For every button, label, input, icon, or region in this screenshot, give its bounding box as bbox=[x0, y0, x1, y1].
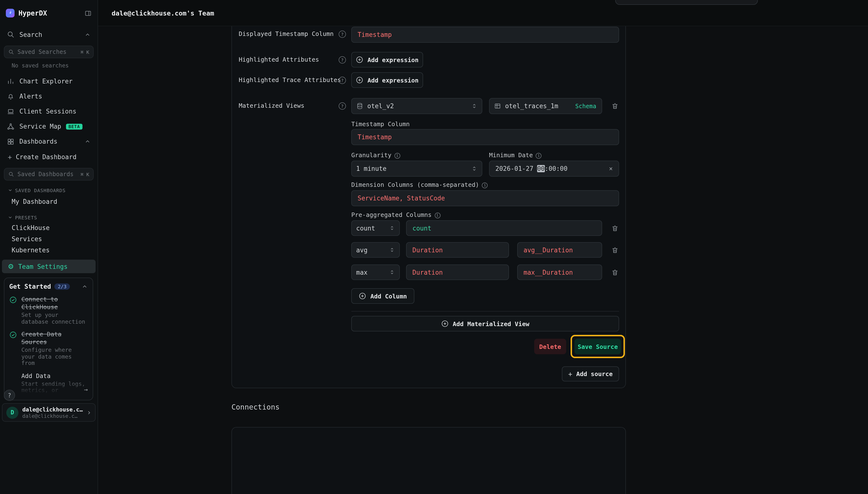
plus-circle-icon bbox=[356, 76, 364, 84]
sidebar-item-label: Client Sessions bbox=[19, 108, 76, 115]
laptop-icon bbox=[7, 108, 15, 115]
get-started-item-add-data[interactable]: Add Data Start sending logs, metrics, or… bbox=[9, 372, 88, 394]
sidebar-item-chart-explorer[interactable]: Chart Explorer bbox=[0, 74, 98, 89]
plus-icon: + bbox=[8, 153, 12, 161]
trash-icon[interactable] bbox=[610, 245, 620, 255]
brand-name: HyperDX bbox=[18, 9, 80, 17]
expression-input[interactable]: count bbox=[406, 220, 602, 236]
plus-circle-icon bbox=[359, 292, 367, 300]
shortcut-badge: ⌘ K bbox=[80, 172, 89, 177]
chart-icon bbox=[7, 77, 15, 85]
sidebar-item-my-dashboard[interactable]: My Dashboard bbox=[0, 195, 98, 208]
trash-icon[interactable] bbox=[610, 223, 620, 233]
step-title: Add Data bbox=[21, 372, 88, 380]
button-label: Delete bbox=[539, 343, 561, 350]
plus-circle-icon bbox=[356, 56, 364, 63]
minimum-date-label: Minimum Datei bbox=[489, 151, 542, 159]
saved-dashboards-placeholder: Saved Dashboards bbox=[17, 171, 77, 177]
granularity-select[interactable]: 1 minute bbox=[351, 160, 482, 177]
input-value: Timestamp bbox=[358, 133, 392, 141]
service-map-icon bbox=[7, 122, 15, 130]
connections-heading: Connections bbox=[231, 403, 280, 412]
sidebar-nav: Chart Explorer Alerts Client Sessions Se… bbox=[0, 74, 98, 149]
alias-input[interactable]: max__Duration bbox=[517, 264, 602, 280]
database-select[interactable]: otel_v2 bbox=[351, 98, 482, 114]
beta-badge: BETA bbox=[66, 124, 82, 129]
help-question-icon[interactable]: ? bbox=[339, 31, 346, 38]
save-source-highlight: Save Source bbox=[571, 335, 625, 358]
help-button[interactable]: ? bbox=[4, 390, 15, 401]
get-started-item-sources[interactable]: Create Data Sources Configure where your… bbox=[9, 330, 88, 367]
create-dashboard-button[interactable]: + Create Dashboard bbox=[0, 149, 98, 165]
expression-input[interactable]: Duration bbox=[406, 264, 509, 280]
trash-icon[interactable] bbox=[610, 101, 620, 111]
minimum-date-input[interactable]: 2026-01-27 00:00:00 × bbox=[489, 160, 619, 177]
add-column-button[interactable]: Add Column bbox=[351, 288, 414, 304]
sidebar-item-client-sessions[interactable]: Client Sessions bbox=[0, 104, 98, 119]
section-presets[interactable]: PRESETS bbox=[0, 212, 98, 222]
table-select[interactable]: otel_traces_1m Schema bbox=[489, 98, 602, 114]
displayed-timestamp-label: Displayed Timestamp Column bbox=[239, 30, 333, 38]
collapse-sidebar-icon[interactable] bbox=[84, 10, 92, 17]
date-value: 2026-01-27 bbox=[495, 165, 537, 172]
save-source-button[interactable]: Save Source bbox=[575, 339, 621, 354]
sidebar-item-dashboards[interactable]: Dashboards bbox=[0, 134, 98, 149]
help-question-icon[interactable]: ? bbox=[339, 56, 346, 63]
aggregation-fn-select[interactable]: avg bbox=[351, 242, 400, 258]
sidebar-item-team-settings[interactable]: ⚙ Team Settings bbox=[2, 260, 96, 273]
select-value: avg bbox=[356, 246, 368, 253]
sidebar-item-search[interactable]: Search bbox=[0, 26, 98, 43]
brand-row: HyperDX bbox=[0, 0, 98, 25]
table-icon bbox=[494, 102, 501, 110]
chevron-up-icon[interactable] bbox=[84, 31, 91, 38]
alias-input[interactable]: avg__Duration bbox=[517, 242, 602, 258]
chevron-up-icon[interactable] bbox=[84, 138, 91, 145]
sidebar-item-alerts[interactable]: Alerts bbox=[0, 89, 98, 104]
sidebar-item-clickhouse[interactable]: ClickHouse bbox=[0, 222, 98, 233]
expression-input[interactable]: Duration bbox=[406, 242, 509, 258]
displayed-timestamp-input[interactable]: Timestamp bbox=[351, 27, 619, 43]
saved-searches-input[interactable]: Saved Searches ⌘ K bbox=[4, 45, 94, 58]
hyperdx-logo-icon bbox=[6, 9, 15, 17]
sidebar-item-services[interactable]: Services bbox=[0, 233, 98, 245]
trash-icon[interactable] bbox=[610, 267, 620, 277]
user-menu[interactable]: D dale@clickhouse.c… dale@clickhouse.c… … bbox=[2, 403, 96, 422]
add-materialized-view-button[interactable]: Add Materialized View bbox=[351, 316, 619, 331]
info-icon[interactable]: i bbox=[482, 183, 488, 188]
time-value: :00:00 bbox=[545, 165, 568, 172]
aggregation-fn-select[interactable]: count bbox=[351, 220, 400, 236]
add-source-button[interactable]: + Add source bbox=[562, 366, 619, 381]
get-started-header[interactable]: Get Started 2/3 bbox=[9, 283, 88, 290]
input-value: Timestamp bbox=[358, 31, 392, 38]
input-value: Duration bbox=[412, 269, 443, 276]
delete-button[interactable]: Delete bbox=[534, 339, 566, 354]
info-icon[interactable]: i bbox=[435, 212, 440, 218]
sidebar-item-service-map[interactable]: Service Map BETA bbox=[0, 119, 98, 134]
add-expression-button[interactable]: Add expression bbox=[351, 52, 423, 68]
help-question-icon[interactable]: ? bbox=[339, 77, 346, 84]
get-started-item-connect[interactable]: Connect to ClickHouse Set up your databa… bbox=[9, 296, 88, 325]
search-nav-icon bbox=[7, 31, 15, 38]
preset-label: Kubernetes bbox=[12, 247, 50, 254]
timestamp-column-input[interactable]: Timestamp bbox=[351, 129, 619, 145]
section-saved-dashboards[interactable]: SAVED DASHBOARDS bbox=[0, 185, 98, 195]
divider bbox=[351, 311, 619, 311]
info-icon[interactable]: i bbox=[536, 153, 542, 159]
chevron-up-icon[interactable] bbox=[81, 283, 88, 290]
highlighted-attributes-label: Highlighted Attributes bbox=[239, 56, 319, 63]
help-question-icon[interactable]: ? bbox=[339, 102, 346, 110]
sidebar-item-kubernetes[interactable]: Kubernetes bbox=[0, 245, 98, 256]
select-value: max bbox=[356, 269, 368, 276]
get-started-title: Get Started bbox=[9, 283, 51, 290]
chevron-down-icon bbox=[8, 188, 13, 193]
info-icon[interactable]: i bbox=[394, 153, 400, 159]
saved-dashboards-input[interactable]: Saved Dashboards ⌘ K bbox=[4, 168, 94, 180]
notification-toast bbox=[615, 0, 758, 5]
schema-link[interactable]: Schema bbox=[575, 102, 597, 110]
clear-icon[interactable]: × bbox=[609, 165, 613, 172]
app-viewport: HyperDX Search Saved Searches ⌘ K No sav… bbox=[0, 0, 868, 494]
add-expression-button[interactable]: Add expression bbox=[351, 72, 423, 88]
aggregation-fn-select[interactable]: max bbox=[351, 264, 400, 280]
dimension-columns-input[interactable]: ServiceName, StatusCode bbox=[351, 190, 619, 206]
step-desc: Configure where your data comes from bbox=[21, 347, 88, 367]
